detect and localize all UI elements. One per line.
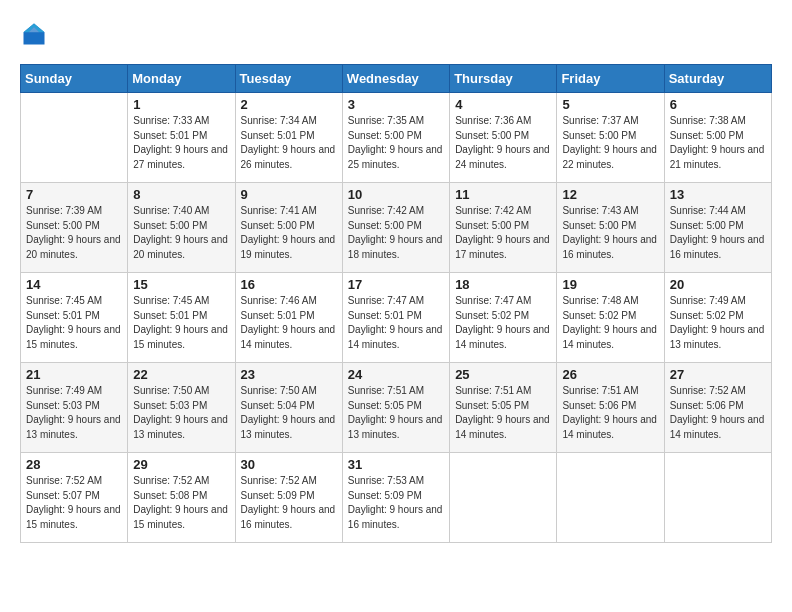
calendar-day-cell: 28Sunrise: 7:52 AM Sunset: 5:07 PM Dayli… xyxy=(21,453,128,543)
day-number: 19 xyxy=(562,277,658,292)
day-number: 29 xyxy=(133,457,229,472)
day-info: Sunrise: 7:50 AM Sunset: 5:04 PM Dayligh… xyxy=(241,384,337,442)
calendar-day-cell: 29Sunrise: 7:52 AM Sunset: 5:08 PM Dayli… xyxy=(128,453,235,543)
day-number: 12 xyxy=(562,187,658,202)
day-info: Sunrise: 7:48 AM Sunset: 5:02 PM Dayligh… xyxy=(562,294,658,352)
calendar-day-cell: 17Sunrise: 7:47 AM Sunset: 5:01 PM Dayli… xyxy=(342,273,449,363)
calendar-week-row: 1Sunrise: 7:33 AM Sunset: 5:01 PM Daylig… xyxy=(21,93,772,183)
header-row: SundayMondayTuesdayWednesdayThursdayFrid… xyxy=(21,65,772,93)
day-number: 11 xyxy=(455,187,551,202)
day-of-week-header: Thursday xyxy=(450,65,557,93)
calendar-day-cell: 11Sunrise: 7:42 AM Sunset: 5:00 PM Dayli… xyxy=(450,183,557,273)
calendar-day-cell: 20Sunrise: 7:49 AM Sunset: 5:02 PM Dayli… xyxy=(664,273,771,363)
calendar-day-cell: 8Sunrise: 7:40 AM Sunset: 5:00 PM Daylig… xyxy=(128,183,235,273)
day-info: Sunrise: 7:52 AM Sunset: 5:09 PM Dayligh… xyxy=(241,474,337,532)
calendar-day-cell: 30Sunrise: 7:52 AM Sunset: 5:09 PM Dayli… xyxy=(235,453,342,543)
day-info: Sunrise: 7:51 AM Sunset: 5:05 PM Dayligh… xyxy=(348,384,444,442)
day-info: Sunrise: 7:52 AM Sunset: 5:07 PM Dayligh… xyxy=(26,474,122,532)
calendar-week-row: 7Sunrise: 7:39 AM Sunset: 5:00 PM Daylig… xyxy=(21,183,772,273)
day-number: 24 xyxy=(348,367,444,382)
day-info: Sunrise: 7:42 AM Sunset: 5:00 PM Dayligh… xyxy=(455,204,551,262)
day-of-week-header: Saturday xyxy=(664,65,771,93)
calendar-day-cell: 3Sunrise: 7:35 AM Sunset: 5:00 PM Daylig… xyxy=(342,93,449,183)
day-info: Sunrise: 7:47 AM Sunset: 5:01 PM Dayligh… xyxy=(348,294,444,352)
day-number: 9 xyxy=(241,187,337,202)
day-info: Sunrise: 7:34 AM Sunset: 5:01 PM Dayligh… xyxy=(241,114,337,172)
day-number: 30 xyxy=(241,457,337,472)
day-number: 27 xyxy=(670,367,766,382)
calendar-day-cell: 23Sunrise: 7:50 AM Sunset: 5:04 PM Dayli… xyxy=(235,363,342,453)
calendar-day-cell: 21Sunrise: 7:49 AM Sunset: 5:03 PM Dayli… xyxy=(21,363,128,453)
calendar-day-cell xyxy=(557,453,664,543)
day-info: Sunrise: 7:52 AM Sunset: 5:06 PM Dayligh… xyxy=(670,384,766,442)
calendar-header: SundayMondayTuesdayWednesdayThursdayFrid… xyxy=(21,65,772,93)
day-info: Sunrise: 7:40 AM Sunset: 5:00 PM Dayligh… xyxy=(133,204,229,262)
day-info: Sunrise: 7:33 AM Sunset: 5:01 PM Dayligh… xyxy=(133,114,229,172)
day-number: 1 xyxy=(133,97,229,112)
day-info: Sunrise: 7:53 AM Sunset: 5:09 PM Dayligh… xyxy=(348,474,444,532)
day-of-week-header: Monday xyxy=(128,65,235,93)
day-number: 10 xyxy=(348,187,444,202)
calendar-day-cell: 18Sunrise: 7:47 AM Sunset: 5:02 PM Dayli… xyxy=(450,273,557,363)
day-info: Sunrise: 7:39 AM Sunset: 5:00 PM Dayligh… xyxy=(26,204,122,262)
calendar-day-cell: 12Sunrise: 7:43 AM Sunset: 5:00 PM Dayli… xyxy=(557,183,664,273)
calendar-day-cell: 4Sunrise: 7:36 AM Sunset: 5:00 PM Daylig… xyxy=(450,93,557,183)
calendar-day-cell: 5Sunrise: 7:37 AM Sunset: 5:00 PM Daylig… xyxy=(557,93,664,183)
calendar-day-cell: 22Sunrise: 7:50 AM Sunset: 5:03 PM Dayli… xyxy=(128,363,235,453)
day-number: 15 xyxy=(133,277,229,292)
day-number: 23 xyxy=(241,367,337,382)
calendar-table: SundayMondayTuesdayWednesdayThursdayFrid… xyxy=(20,64,772,543)
day-info: Sunrise: 7:51 AM Sunset: 5:06 PM Dayligh… xyxy=(562,384,658,442)
day-number: 20 xyxy=(670,277,766,292)
calendar-week-row: 21Sunrise: 7:49 AM Sunset: 5:03 PM Dayli… xyxy=(21,363,772,453)
calendar-day-cell: 15Sunrise: 7:45 AM Sunset: 5:01 PM Dayli… xyxy=(128,273,235,363)
calendar-day-cell: 19Sunrise: 7:48 AM Sunset: 5:02 PM Dayli… xyxy=(557,273,664,363)
calendar-day-cell: 16Sunrise: 7:46 AM Sunset: 5:01 PM Dayli… xyxy=(235,273,342,363)
day-number: 7 xyxy=(26,187,122,202)
day-info: Sunrise: 7:38 AM Sunset: 5:00 PM Dayligh… xyxy=(670,114,766,172)
calendar-day-cell: 1Sunrise: 7:33 AM Sunset: 5:01 PM Daylig… xyxy=(128,93,235,183)
day-info: Sunrise: 7:47 AM Sunset: 5:02 PM Dayligh… xyxy=(455,294,551,352)
day-info: Sunrise: 7:51 AM Sunset: 5:05 PM Dayligh… xyxy=(455,384,551,442)
calendar-day-cell: 14Sunrise: 7:45 AM Sunset: 5:01 PM Dayli… xyxy=(21,273,128,363)
day-number: 16 xyxy=(241,277,337,292)
day-info: Sunrise: 7:37 AM Sunset: 5:00 PM Dayligh… xyxy=(562,114,658,172)
day-number: 13 xyxy=(670,187,766,202)
calendar-body: 1Sunrise: 7:33 AM Sunset: 5:01 PM Daylig… xyxy=(21,93,772,543)
calendar-day-cell xyxy=(664,453,771,543)
day-number: 18 xyxy=(455,277,551,292)
calendar-day-cell: 31Sunrise: 7:53 AM Sunset: 5:09 PM Dayli… xyxy=(342,453,449,543)
calendar-day-cell: 24Sunrise: 7:51 AM Sunset: 5:05 PM Dayli… xyxy=(342,363,449,453)
day-info: Sunrise: 7:49 AM Sunset: 5:03 PM Dayligh… xyxy=(26,384,122,442)
day-number: 25 xyxy=(455,367,551,382)
day-info: Sunrise: 7:46 AM Sunset: 5:01 PM Dayligh… xyxy=(241,294,337,352)
day-number: 14 xyxy=(26,277,122,292)
day-info: Sunrise: 7:52 AM Sunset: 5:08 PM Dayligh… xyxy=(133,474,229,532)
day-of-week-header: Sunday xyxy=(21,65,128,93)
day-number: 2 xyxy=(241,97,337,112)
day-number: 28 xyxy=(26,457,122,472)
calendar-day-cell: 6Sunrise: 7:38 AM Sunset: 5:00 PM Daylig… xyxy=(664,93,771,183)
day-info: Sunrise: 7:35 AM Sunset: 5:00 PM Dayligh… xyxy=(348,114,444,172)
calendar-day-cell xyxy=(450,453,557,543)
logo-icon xyxy=(20,20,48,48)
day-info: Sunrise: 7:49 AM Sunset: 5:02 PM Dayligh… xyxy=(670,294,766,352)
calendar-day-cell: 27Sunrise: 7:52 AM Sunset: 5:06 PM Dayli… xyxy=(664,363,771,453)
calendar-day-cell: 13Sunrise: 7:44 AM Sunset: 5:00 PM Dayli… xyxy=(664,183,771,273)
day-info: Sunrise: 7:44 AM Sunset: 5:00 PM Dayligh… xyxy=(670,204,766,262)
calendar-day-cell: 2Sunrise: 7:34 AM Sunset: 5:01 PM Daylig… xyxy=(235,93,342,183)
day-number: 31 xyxy=(348,457,444,472)
day-info: Sunrise: 7:45 AM Sunset: 5:01 PM Dayligh… xyxy=(133,294,229,352)
day-of-week-header: Friday xyxy=(557,65,664,93)
day-number: 4 xyxy=(455,97,551,112)
day-number: 21 xyxy=(26,367,122,382)
calendar-day-cell: 9Sunrise: 7:41 AM Sunset: 5:00 PM Daylig… xyxy=(235,183,342,273)
calendar-week-row: 28Sunrise: 7:52 AM Sunset: 5:07 PM Dayli… xyxy=(21,453,772,543)
calendar-day-cell: 7Sunrise: 7:39 AM Sunset: 5:00 PM Daylig… xyxy=(21,183,128,273)
day-number: 22 xyxy=(133,367,229,382)
day-info: Sunrise: 7:50 AM Sunset: 5:03 PM Dayligh… xyxy=(133,384,229,442)
calendar-day-cell: 26Sunrise: 7:51 AM Sunset: 5:06 PM Dayli… xyxy=(557,363,664,453)
calendar-day-cell: 10Sunrise: 7:42 AM Sunset: 5:00 PM Dayli… xyxy=(342,183,449,273)
calendar-day-cell: 25Sunrise: 7:51 AM Sunset: 5:05 PM Dayli… xyxy=(450,363,557,453)
calendar-week-row: 14Sunrise: 7:45 AM Sunset: 5:01 PM Dayli… xyxy=(21,273,772,363)
